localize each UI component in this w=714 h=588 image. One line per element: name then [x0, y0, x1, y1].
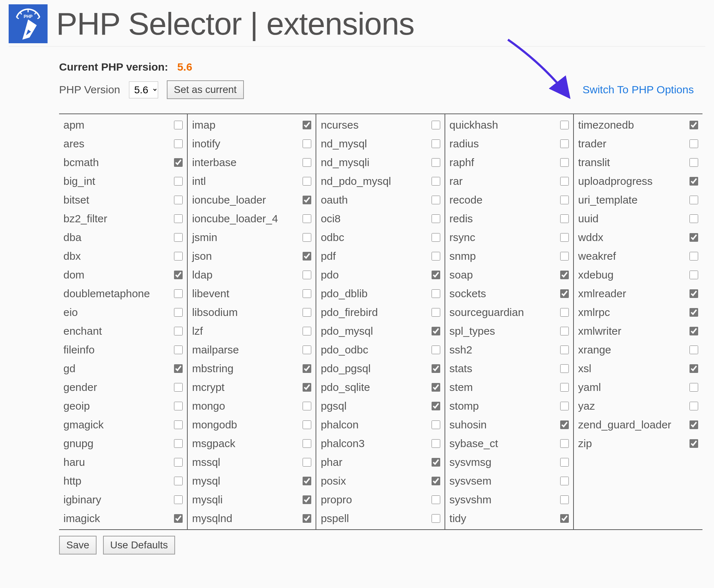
extension-checkbox[interactable] [303, 402, 311, 410]
extension-checkbox[interactable] [432, 121, 440, 129]
extension-checkbox[interactable] [303, 458, 311, 467]
extension-checkbox[interactable] [690, 346, 698, 354]
extension-checkbox[interactable] [303, 158, 311, 167]
extension-checkbox[interactable] [303, 196, 311, 204]
extension-checkbox[interactable] [560, 233, 569, 242]
extension-checkbox[interactable] [560, 271, 569, 279]
extension-checkbox[interactable] [174, 346, 183, 354]
extension-checkbox[interactable] [690, 383, 698, 392]
use-defaults-button[interactable]: Use Defaults [103, 536, 175, 554]
extension-checkbox[interactable] [303, 346, 311, 354]
extension-checkbox[interactable] [174, 252, 183, 260]
extension-checkbox[interactable] [432, 346, 440, 354]
extension-checkbox[interactable] [690, 439, 698, 448]
extension-checkbox[interactable] [560, 308, 569, 317]
extension-checkbox[interactable] [174, 233, 183, 242]
extension-checkbox[interactable] [174, 139, 183, 148]
set-as-current-button[interactable]: Set as current [167, 80, 244, 99]
extension-checkbox[interactable] [690, 289, 698, 298]
extension-checkbox[interactable] [303, 308, 311, 317]
extension-checkbox[interactable] [174, 271, 183, 279]
extension-checkbox[interactable] [690, 177, 698, 186]
extension-checkbox[interactable] [432, 158, 440, 167]
extension-checkbox[interactable] [303, 364, 311, 373]
extension-checkbox[interactable] [432, 402, 440, 410]
extension-checkbox[interactable] [560, 420, 569, 429]
extension-checkbox[interactable] [690, 196, 698, 204]
extension-checkbox[interactable] [174, 458, 183, 467]
extension-checkbox[interactable] [560, 121, 569, 129]
extension-checkbox[interactable] [303, 477, 311, 485]
extension-checkbox[interactable] [560, 252, 569, 260]
extension-checkbox[interactable] [690, 364, 698, 373]
extension-checkbox[interactable] [174, 495, 183, 504]
extension-checkbox[interactable] [432, 477, 440, 485]
extension-checkbox[interactable] [690, 327, 698, 335]
extension-checkbox[interactable] [432, 364, 440, 373]
extension-checkbox[interactable] [690, 139, 698, 148]
extension-checkbox[interactable] [303, 252, 311, 260]
extension-checkbox[interactable] [560, 458, 569, 467]
extension-checkbox[interactable] [174, 383, 183, 392]
extension-checkbox[interactable] [303, 495, 311, 504]
extension-checkbox[interactable] [690, 214, 698, 223]
extension-checkbox[interactable] [303, 514, 311, 523]
extension-checkbox[interactable] [303, 271, 311, 279]
extension-checkbox[interactable] [303, 214, 311, 223]
extension-checkbox[interactable] [174, 214, 183, 223]
extension-checkbox[interactable] [432, 139, 440, 148]
extension-checkbox[interactable] [432, 383, 440, 392]
extension-checkbox[interactable] [690, 402, 698, 410]
extension-checkbox[interactable] [174, 308, 183, 317]
extension-checkbox[interactable] [432, 177, 440, 186]
extension-checkbox[interactable] [174, 439, 183, 448]
extension-checkbox[interactable] [303, 439, 311, 448]
extension-checkbox[interactable] [174, 420, 183, 429]
extension-checkbox[interactable] [560, 196, 569, 204]
extension-checkbox[interactable] [432, 196, 440, 204]
extension-checkbox[interactable] [174, 402, 183, 410]
extension-checkbox[interactable] [560, 177, 569, 186]
save-button[interactable]: Save [59, 536, 97, 554]
extension-checkbox[interactable] [560, 477, 569, 485]
extension-checkbox[interactable] [432, 327, 440, 335]
extension-checkbox[interactable] [303, 139, 311, 148]
extension-checkbox[interactable] [432, 308, 440, 317]
extension-checkbox[interactable] [432, 495, 440, 504]
extension-checkbox[interactable] [560, 495, 569, 504]
extension-checkbox[interactable] [174, 158, 183, 167]
extension-checkbox[interactable] [303, 233, 311, 242]
extension-checkbox[interactable] [303, 121, 311, 129]
extension-checkbox[interactable] [174, 196, 183, 204]
extension-checkbox[interactable] [303, 289, 311, 298]
extension-checkbox[interactable] [303, 327, 311, 335]
extension-checkbox[interactable] [432, 458, 440, 467]
extension-checkbox[interactable] [560, 439, 569, 448]
extension-checkbox[interactable] [560, 346, 569, 354]
extension-checkbox[interactable] [174, 121, 183, 129]
extension-checkbox[interactable] [174, 364, 183, 373]
extension-checkbox[interactable] [560, 214, 569, 223]
extension-checkbox[interactable] [303, 177, 311, 186]
extension-checkbox[interactable] [560, 289, 569, 298]
extension-checkbox[interactable] [174, 514, 183, 523]
extension-checkbox[interactable] [303, 420, 311, 429]
extension-checkbox[interactable] [174, 477, 183, 485]
extension-checkbox[interactable] [690, 420, 698, 429]
extension-checkbox[interactable] [690, 308, 698, 317]
extension-checkbox[interactable] [432, 514, 440, 523]
extension-checkbox[interactable] [432, 214, 440, 223]
extension-checkbox[interactable] [174, 289, 183, 298]
extension-checkbox[interactable] [432, 271, 440, 279]
extension-checkbox[interactable] [174, 327, 183, 335]
extension-checkbox[interactable] [432, 420, 440, 429]
extension-checkbox[interactable] [690, 233, 698, 242]
extension-checkbox[interactable] [560, 139, 569, 148]
extension-checkbox[interactable] [174, 177, 183, 186]
extension-checkbox[interactable] [690, 121, 698, 129]
extension-checkbox[interactable] [432, 439, 440, 448]
extension-checkbox[interactable] [560, 402, 569, 410]
extension-checkbox[interactable] [560, 514, 569, 523]
php-version-select[interactable]: 5.6 [129, 81, 158, 98]
extension-checkbox[interactable] [432, 252, 440, 260]
